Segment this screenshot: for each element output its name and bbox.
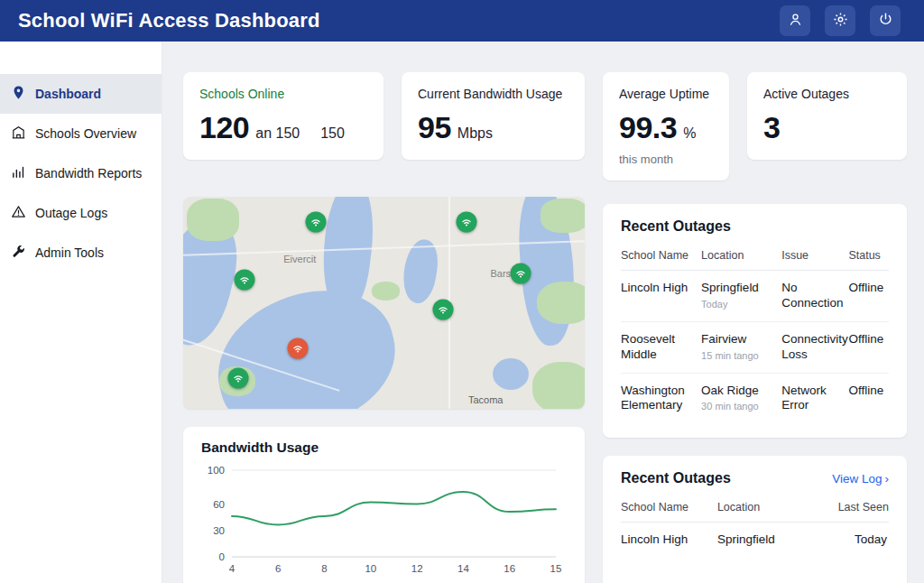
last-seen-cell: Today [808,523,889,558]
chevron-right-icon: › [885,472,890,486]
stat-title: Active Outages [763,87,891,101]
power-button[interactable] [870,5,901,36]
bandwidth-line-chart: 030601004681012141615 [201,461,567,578]
stat-note: this month [619,153,713,166]
stat-value: 99.3 [619,110,677,145]
svg-text:60: 60 [213,499,225,510]
svg-text:12: 12 [411,563,423,574]
svg-text:15: 15 [550,563,562,574]
column-header: Issue [781,244,848,270]
location-cell: Oak Ridge30 min tango [701,374,781,424]
page-title: School WiFi Access Dashboard [18,9,320,32]
power-icon [878,12,893,30]
stat-card-average-uptime: Average Uptime 99.3 % this month [603,72,729,180]
sidebar-item-label: Schools Overview [35,126,136,141]
stats-row: Schools Online 120 an 150 150 Current Ba… [183,72,907,180]
sidebar-item-admin-tools[interactable]: Admin Tools [0,233,162,273]
sidebar-item-schools-overview[interactable]: Schools Overview [0,114,162,153]
table-row: Lincoln High SpringfieldToday No Connect… [621,271,889,322]
column-header: School Name [621,244,701,270]
panel-title: Recent Outages [621,218,731,235]
recent-outages-card: Recent Outages School Name Location Issu… [603,204,907,438]
school-name-cell: Lincoln High [621,523,717,558]
wifi-pin-alert[interactable] [287,338,308,359]
building-icon [11,125,26,143]
location-cell: SpringfieldToday [701,271,781,321]
header-actions [780,5,901,36]
sidebar-item-bandwidth-reports[interactable]: Bandwidth Reports [0,153,162,193]
warning-triangle-icon [11,204,26,222]
wifi-pin-online[interactable] [456,212,476,233]
stat-card-schools-online: Schools Online 120 an 150 150 [183,72,383,160]
map-pin-icon [11,85,26,103]
bar-chart-icon [11,164,26,182]
svg-text:8: 8 [321,563,327,574]
view-log-link[interactable]: View Log› [832,472,889,486]
column-header: School Name [621,495,717,522]
svg-text:6: 6 [275,563,281,574]
stat-value: 120 [199,110,249,145]
table-row: Roosevelt Middle Fairview15 min tango Co… [621,322,889,374]
column-header: Status [848,244,889,270]
status-cell: Offline [848,374,889,409]
svg-text:10: 10 [365,563,376,574]
wifi-pin-online[interactable] [235,269,255,290]
school-name-cell: Roosevelt Middle [621,322,701,373]
wrench-icon [11,244,26,262]
location-cell: Fairview15 min tango [701,322,781,373]
sidebar-item-dashboard[interactable]: Dashboard [0,74,162,114]
stat-extra: 150 [320,125,345,142]
stat-title: Schools Online [199,87,367,101]
app-root: School WiFi Access Dashboard Dashboard S… [0,0,924,583]
stat-unit: Mbps [457,125,493,142]
wifi-pin-online[interactable] [510,263,531,283]
status-cell: Offline [848,271,889,306]
sidebar-item-label: Outage Logs [35,206,107,220]
svg-text:14: 14 [457,563,469,574]
wifi-pin-online[interactable] [432,299,453,319]
table-header: School Name Location Issue Status [621,244,889,271]
table-row: Washington Elementary Oak Ridge30 min ta… [621,374,889,424]
user-icon [788,12,803,30]
time-cell: Today [701,299,780,311]
settings-button[interactable] [825,5,855,36]
issue-cell: No Connection [781,271,848,321]
user-button[interactable] [780,5,810,36]
location-cell: Springfield [717,523,808,558]
sidebar-item-label: Bandwidth Reports [35,166,142,180]
column-header: Location [717,495,808,522]
wifi-pin-online[interactable] [227,367,248,388]
sidebar-item-label: Admin Tools [35,245,104,260]
stat-title: Current Bandwidth Usage [418,87,568,101]
sidebar-item-outage-logs[interactable]: Outage Logs [0,193,162,233]
time-cell: 15 min tango [701,350,780,363]
table-row: Lincoln High Springfield Today [621,523,889,558]
svg-text:100: 100 [208,465,225,476]
svg-text:4: 4 [229,563,236,574]
main-layout: Dashboard Schools Overview Bandwidth Rep… [0,42,924,583]
time-cell: 30 min tango [701,401,780,413]
chart-title: Bandwidth Usage [201,440,567,456]
content-grid: Eivercit Barss Tacoma Bandwidth Usage 03… [183,197,907,583]
svg-text:30: 30 [213,525,225,536]
wifi-pin-online[interactable] [305,212,326,233]
issue-cell: Network Error [781,374,848,424]
school-name-cell: Washington Elementary [621,374,701,424]
table-header: School Name Location Last Seen [621,495,889,523]
map-pins-layer [183,197,585,409]
stat-title: Average Uptime [619,87,713,101]
stat-value: 3 [763,110,780,145]
schools-map[interactable]: Eivercit Barss Tacoma [183,197,585,409]
status-cell: Offline [848,322,889,357]
recent-outages-log-card: Recent Outages View Log› School Name Loc… [603,456,907,583]
stat-unit: an 150 [255,125,300,142]
panel-title: Recent Outages [621,470,731,486]
school-name-cell: Lincoln High [621,271,701,306]
column-header: Last Seen [808,495,889,522]
left-column: Eivercit Barss Tacoma Bandwidth Usage 03… [183,197,585,583]
stat-card-bandwidth-usage: Current Bandwidth Usage 95 Mbps [402,72,585,160]
bandwidth-usage-card: Bandwidth Usage 030601004681012141615 Av… [183,427,585,583]
sidebar: Dashboard Schools Overview Bandwidth Rep… [0,42,162,583]
issue-cell: Connectivity Loss [781,322,848,373]
sidebar-item-label: Dashboard [35,87,101,101]
